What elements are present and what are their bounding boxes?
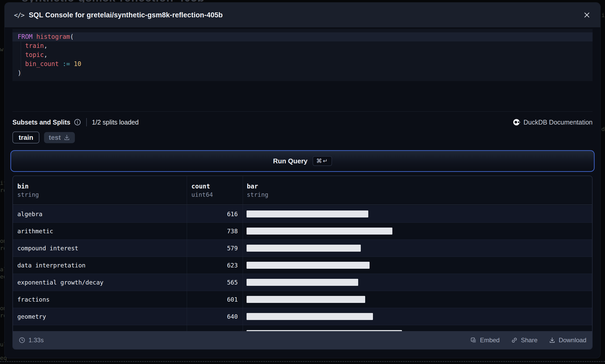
modal-header: </> SQL Console for gretelai/synthetic-g… bbox=[5, 3, 600, 28]
clock-icon bbox=[19, 337, 25, 344]
code-token: train bbox=[25, 42, 44, 49]
code-token bbox=[70, 60, 74, 68]
sql-editor[interactable]: FROM histogram( train, topic, bin_count … bbox=[12, 29, 593, 81]
histogram-bar bbox=[247, 279, 358, 286]
code-token bbox=[59, 60, 62, 68]
column-name: bin bbox=[17, 182, 187, 191]
action-label: Embed bbox=[480, 337, 500, 344]
histogram-bar bbox=[247, 245, 361, 252]
subsets-row: Subsets and Splits 1/2 splits loaded Duc… bbox=[12, 116, 593, 128]
column-name: count bbox=[191, 182, 243, 191]
splits-loaded-status: 1/2 splits loaded bbox=[92, 119, 139, 126]
cell-count: 616 bbox=[187, 211, 243, 217]
column-header-bar[interactable]: barstring bbox=[243, 176, 592, 205]
sql-console-modal: </> SQL Console for gretelai/synthetic-g… bbox=[5, 3, 600, 358]
table-row: fractions601 bbox=[13, 291, 592, 308]
table-row: geometry640 bbox=[13, 308, 592, 325]
table-row: arithmetic738 bbox=[13, 223, 592, 240]
code-token: topic bbox=[25, 51, 44, 59]
cell-bin: data interpretation bbox=[13, 262, 187, 269]
cell-bin: fractions bbox=[13, 296, 187, 303]
cell-count: 579 bbox=[187, 245, 243, 252]
cell-bar bbox=[243, 228, 592, 235]
duckdb-logo-icon bbox=[513, 119, 520, 126]
download-icon bbox=[549, 337, 556, 344]
modal-title: SQL Console for gretelai/synthetic-gsm8k… bbox=[29, 11, 223, 19]
column-divider bbox=[187, 176, 187, 349]
column-type: string bbox=[17, 191, 187, 199]
histogram-bar bbox=[247, 296, 365, 303]
histogram-bar bbox=[247, 210, 368, 217]
cell-count: 738 bbox=[187, 228, 243, 235]
code-token: := bbox=[62, 60, 70, 68]
download-button[interactable]: Download bbox=[549, 337, 586, 344]
indent-guide bbox=[21, 41, 21, 76]
run-query-label: Run Query bbox=[273, 157, 307, 165]
background-fragment: w bbox=[0, 46, 3, 53]
histogram-bar bbox=[247, 262, 370, 269]
duckdb-docs-label: DuckDB Documentation bbox=[523, 119, 593, 126]
code-token: , bbox=[44, 42, 47, 49]
run-query-shortcut: ⌘↵ bbox=[313, 156, 332, 166]
duckdb-docs-link[interactable]: DuckDB Documentation bbox=[513, 119, 593, 126]
cell-bar bbox=[243, 262, 592, 269]
split-pills: traintest bbox=[12, 132, 75, 143]
code-token: ( bbox=[70, 33, 74, 40]
cell-count: 640 bbox=[187, 313, 243, 320]
background-dashed-divider bbox=[0, 361, 605, 362]
cell-bar bbox=[243, 210, 592, 217]
background-page-heading-fragment: synthetic-gsm8k-reflection-405b bbox=[22, 0, 205, 3]
table-row: exponential growth/decay565 bbox=[13, 274, 592, 291]
split-pill-label: test bbox=[49, 134, 61, 142]
share-button[interactable]: Share bbox=[511, 337, 537, 344]
close-icon[interactable] bbox=[581, 9, 593, 21]
code-line: bin_count := 10 bbox=[12, 60, 593, 69]
column-type: uint64 bbox=[191, 191, 243, 199]
table-row: algebra616 bbox=[13, 206, 592, 223]
histogram-bar bbox=[247, 228, 392, 235]
cell-bin: geometry bbox=[13, 313, 187, 320]
cell-count: 623 bbox=[187, 262, 243, 269]
cell-bin: algebra bbox=[13, 211, 187, 217]
embed-button[interactable]: Embed bbox=[470, 337, 500, 344]
share-icon bbox=[511, 337, 518, 344]
cell-count: 565 bbox=[187, 279, 243, 286]
download-icon bbox=[63, 134, 70, 141]
query-duration: 1.33s bbox=[19, 337, 44, 344]
histogram-bar bbox=[247, 313, 373, 320]
cell-bar bbox=[243, 245, 592, 252]
cell-bar bbox=[243, 313, 592, 320]
column-divider bbox=[243, 176, 243, 349]
code-line: ) bbox=[12, 69, 593, 78]
run-query-button[interactable]: Run Query ⌘↵ bbox=[10, 150, 595, 172]
section-divider bbox=[12, 111, 593, 112]
table-row: compound interest579 bbox=[13, 240, 592, 257]
split-pill-train[interactable]: train bbox=[12, 132, 39, 143]
vertical-divider bbox=[86, 118, 87, 126]
duration-value: 1.33s bbox=[28, 337, 44, 344]
column-name: bar bbox=[247, 182, 592, 191]
table-row: data interpretation623 bbox=[13, 257, 592, 274]
code-token bbox=[18, 51, 25, 59]
cell-bin: exponential growth/decay bbox=[13, 279, 187, 286]
code-line: FROM histogram( bbox=[12, 32, 593, 41]
embed-icon bbox=[470, 337, 477, 344]
code-token: bin_count bbox=[25, 60, 59, 68]
action-label: Download bbox=[559, 337, 586, 344]
background-fragment: is bbox=[601, 12, 605, 18]
code-line: train, bbox=[12, 41, 593, 50]
column-header-count[interactable]: countuint64 bbox=[187, 176, 243, 205]
column-type: string bbox=[247, 191, 592, 199]
info-icon[interactable] bbox=[74, 119, 81, 126]
code-token: , bbox=[44, 51, 47, 59]
code-token bbox=[33, 33, 36, 40]
background-fragment: d bbox=[601, 126, 605, 132]
split-pill-test[interactable]: test bbox=[44, 132, 75, 143]
column-header-bin[interactable]: binstring bbox=[13, 176, 187, 205]
results-footer: 1.33s EmbedShareDownload bbox=[13, 331, 592, 349]
code-line: topic, bbox=[12, 50, 593, 60]
results-table: binstringcountuint64barstring algebra616… bbox=[12, 176, 593, 350]
cell-bar bbox=[243, 279, 592, 286]
cell-bin: compound interest bbox=[13, 245, 187, 252]
table-header: binstringcountuint64barstring bbox=[13, 176, 592, 205]
